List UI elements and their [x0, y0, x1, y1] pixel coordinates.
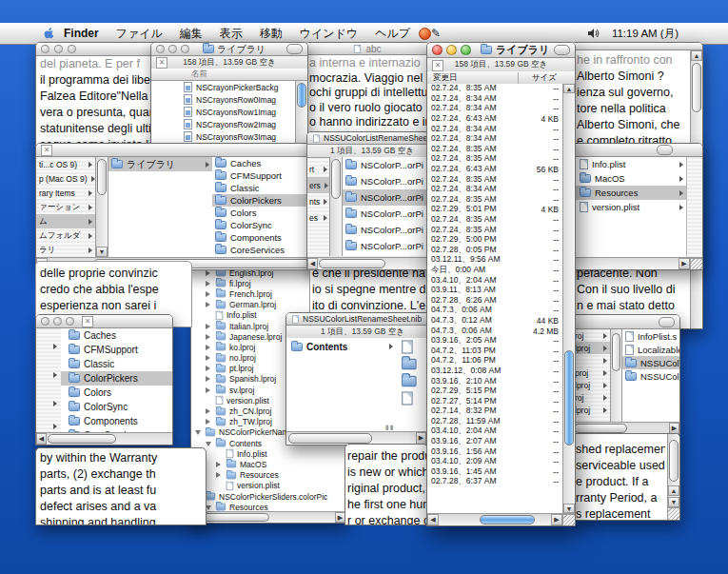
column-item[interactable]: Info.plist — [564, 157, 686, 171]
disclosure-triangle[interactable] — [206, 301, 212, 308]
file-row[interactable]: 02.7.24、8:35 AM -- — [427, 154, 562, 165]
file-row[interactable]: 02.7.24、8:34 AM -- — [427, 185, 562, 195]
file-row[interactable]: 03.4.10、2:04 AM -- — [427, 426, 562, 437]
file-row[interactable]: 04.7.3、0:12 AM 44 KB — [427, 316, 562, 327]
column-scrollbar[interactable] — [329, 157, 343, 256]
column-item[interactable]: MacOS — [564, 171, 686, 186]
size-column-header[interactable]: サイズ — [518, 72, 557, 84]
outline-row[interactable]: MacOS — [191, 459, 345, 469]
disclosure-triangle[interactable] — [216, 471, 223, 479]
menu-clock[interactable]: 11:19 AM (月) — [612, 27, 679, 41]
title-bar[interactable]: NSSUColorListRenameSheet.nib — [286, 313, 439, 326]
menu-file[interactable]: ファイル — [108, 26, 171, 42]
column-item[interactable]: Caches — [212, 157, 322, 169]
file-row[interactable]: 03.9.16、2:07 AM -- — [427, 437, 562, 447]
disclosure-triangle[interactable] — [216, 461, 223, 468]
title-bar[interactable] — [572, 315, 679, 329]
name-column-header[interactable]: 名前 — [191, 69, 207, 80]
column-item[interactable]: NSSUCol.. — [622, 356, 679, 369]
scroll-thumb[interactable] — [97, 159, 107, 195]
menu-window[interactable]: ウインドウ — [291, 26, 366, 42]
title-bar[interactable]: ライブラリ — [151, 43, 307, 56]
scroll-left-arrow[interactable]: ◀ — [307, 258, 318, 269]
outline-row[interactable]: Info.plist — [191, 448, 345, 459]
disclosure-triangle[interactable] — [206, 354, 212, 362]
column-item[interactable]: roj — [572, 329, 610, 342]
file-row[interactable]: 02.7.28、11:59 AM -- — [427, 417, 562, 427]
title-bar[interactable]: ライブラリ — [427, 43, 575, 58]
close-button[interactable] — [432, 45, 443, 55]
file-row[interactable]: 02.7.24、8:35 AM -- — [427, 225, 562, 235]
file-row[interactable]: 03.9.16、2:05 AM -- — [427, 336, 562, 346]
file-row[interactable]: 03.4.10、2:09 AM -- — [427, 457, 562, 467]
file-row[interactable]: NSCrayonsRow3Imag — [151, 130, 295, 143]
toolbar-toggle-button[interactable] — [657, 145, 673, 155]
column-resize-handle[interactable]: ▮▮ — [385, 424, 395, 431]
column-item[interactable]: rary Items — [36, 186, 95, 200]
outline-row[interactable]: version.plist — [191, 481, 345, 491]
column-scrollbar[interactable]: ▼ — [95, 157, 108, 257]
file-row[interactable]: 04.7.3、0:06 AM -- — [427, 306, 562, 316]
minimize-button[interactable] — [54, 45, 63, 53]
menu-view[interactable]: 表示 — [211, 26, 251, 42]
file-row[interactable]: 03.9.16、2:10 AM -- — [427, 376, 562, 386]
resize-grip[interactable] — [562, 514, 575, 525]
folder-proxy-icon[interactable] — [481, 46, 492, 54]
file-row[interactable]: 今日、0:00 AM -- — [427, 266, 562, 276]
horizontal-scrollbar[interactable]: ▶ — [286, 431, 439, 445]
zoom-button[interactable] — [461, 45, 471, 55]
column-item[interactable]: NSColorP...orPi — [343, 157, 437, 173]
minimize-button[interactable] — [446, 45, 457, 55]
file-row[interactable]: 02.7.24、8:34 AM -- — [427, 124, 562, 134]
column-item[interactable]: Classic — [212, 182, 322, 194]
file-row[interactable]: 03.4.10、2:04 AM -- — [427, 275, 562, 286]
column-item[interactable]: ム — [36, 214, 95, 228]
column-item[interactable]: Localizable — [622, 343, 679, 356]
file-row[interactable]: 02.7.14、8:32 PM -- — [427, 406, 562, 417]
file-row[interactable]: 04.7.2、11:06 PM -- — [427, 356, 562, 366]
file-row[interactable]: 02.7.24、8:34 AM -- — [427, 94, 562, 105]
close-button[interactable] — [41, 45, 49, 53]
disclosure-triangle[interactable] — [206, 290, 212, 298]
scroll-thumb[interactable] — [480, 515, 535, 525]
missing-icon-x[interactable]: ✕ — [432, 60, 443, 71]
scroll-down-arrow[interactable]: ▼ — [96, 247, 108, 257]
disclosure-triangle[interactable] — [206, 323, 212, 330]
outline-row[interactable]: Resources — [191, 502, 345, 511]
disclosure-triangle[interactable] — [206, 397, 212, 405]
folder-proxy-icon[interactable] — [203, 45, 214, 53]
file-row[interactable]: 02.7.27、5:14 PM -- — [427, 396, 562, 406]
column-item[interactable] — [572, 354, 610, 366]
minimize-button[interactable] — [168, 45, 177, 53]
column-item[interactable]: ColorPickers — [61, 371, 172, 386]
close-button[interactable] — [41, 317, 49, 326]
file-row[interactable]: NSCrayonsRow2Imag — [151, 118, 295, 130]
column-item[interactable]: rt — [307, 161, 329, 177]
file-row[interactable]: 02.7.29、5:15 PM -- — [427, 386, 562, 397]
file-row[interactable]: 03.12.12、0:08 AM -- — [427, 366, 562, 377]
scroll-up-arrow[interactable]: ▲ — [668, 485, 679, 496]
zoom-button[interactable] — [181, 45, 189, 53]
file-row[interactable]: 02.7.24、8:35 AM -- — [427, 195, 562, 206]
scroll-thumb[interactable] — [288, 433, 372, 444]
file-row[interactable]: 02.7.28、6:37 AM -- — [427, 477, 562, 487]
scroll-right-arrow[interactable]: ▶ — [679, 258, 690, 269]
scroll-up-arrow[interactable]: ▲ — [691, 50, 702, 61]
disclosure-triangle[interactable] — [206, 375, 212, 383]
column-item[interactable]: ColorPickers — [212, 194, 322, 207]
disclosure-triangle[interactable] — [216, 450, 223, 458]
column-item[interactable]: ColorSync — [61, 400, 172, 414]
missing-icon-x[interactable]: ✕ — [82, 316, 93, 327]
file-row[interactable]: NSCrayonPickerBackg — [151, 81, 295, 93]
column-item[interactable]: p (Mac OS 9) — [36, 171, 95, 186]
column-item[interactable]: es — [307, 209, 329, 226]
column-item[interactable]: ers — [307, 177, 329, 193]
disclosure-triangle[interactable] — [206, 440, 212, 447]
column-item[interactable]: nts — [307, 193, 329, 209]
speaker-icon[interactable] — [587, 28, 600, 39]
column-item[interactable]: ti...c OS 9) — [36, 157, 95, 171]
missing-icon-x[interactable]: ✕ — [41, 145, 52, 156]
scroll-thumb[interactable] — [669, 440, 679, 482]
file-row[interactable]: 02.7.24、8:35 AM -- — [427, 174, 562, 185]
horizontal-scrollbar[interactable]: ◀ ▶ — [427, 513, 575, 525]
